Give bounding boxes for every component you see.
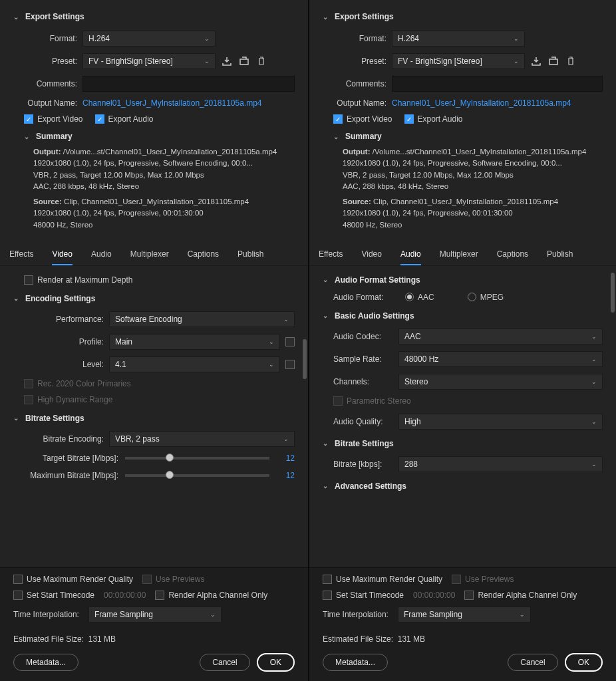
export-audio-checkbox[interactable]: ✓ Export Audio xyxy=(95,114,154,124)
slider-thumb-icon[interactable] xyxy=(166,471,174,479)
caret-down-icon: ⌄ xyxy=(204,58,210,65)
audio-quality-dropdown[interactable]: High ⌄ xyxy=(398,414,603,430)
summary-output-label: Output: xyxy=(33,148,61,156)
format-dropdown[interactable]: H.264 ⌄ xyxy=(82,31,216,47)
output-name-label: Output Name: xyxy=(13,98,77,108)
comments-input-r[interactable] xyxy=(392,76,603,92)
export-settings-header-r[interactable]: ⌄ Export Settings xyxy=(323,12,603,21)
export-video-checkbox[interactable]: ✓ Export Video xyxy=(24,114,83,124)
metadata-button[interactable]: Metadata... xyxy=(13,654,78,671)
preset-label: Preset: xyxy=(13,57,77,66)
max-bitrate-label: Maximum Bitrate [Mbps]: xyxy=(24,471,118,480)
audio-bitrate-settings-header[interactable]: ⌄ Bitrate Settings xyxy=(323,439,603,448)
audio-codec-dropdown[interactable]: AAC ⌄ xyxy=(398,329,603,344)
profile-lock-checkbox[interactable] xyxy=(285,337,295,346)
scrollbar[interactable] xyxy=(303,339,307,379)
bitrate-encoding-dropdown[interactable]: VBR, 2 pass ⌄ xyxy=(109,431,295,447)
delete-preset-icon[interactable] xyxy=(255,55,267,67)
target-bitrate-value[interactable]: 12 xyxy=(276,454,295,463)
output-name-link[interactable]: Channel01_UserJ_MyInstallation_20181105a… xyxy=(82,98,262,108)
audio-format-aac-radio[interactable]: AAC xyxy=(405,293,434,302)
chevron-down-icon: ⌄ xyxy=(323,13,329,21)
chevron-down-icon: ⌄ xyxy=(323,440,329,447)
import-preset-icon[interactable] xyxy=(238,55,250,67)
set-start-timecode-checkbox[interactable]: Set Start Timecode xyxy=(13,591,94,600)
render-max-depth-checkbox[interactable]: Render at Maximum Depth xyxy=(24,275,295,285)
tab-multiplexer[interactable]: Multiplexer xyxy=(130,249,169,265)
cancel-button-r[interactable]: Cancel xyxy=(508,654,557,671)
encoding-settings-header[interactable]: ⌄ Encoding Settings xyxy=(13,294,295,303)
ok-button[interactable]: OK xyxy=(257,653,295,672)
target-bitrate-slider[interactable] xyxy=(125,457,269,460)
chevron-down-icon: ⌄ xyxy=(13,295,20,302)
save-preset-icon[interactable] xyxy=(221,55,233,67)
tab-multiplexer-r[interactable]: Multiplexer xyxy=(440,249,478,265)
summary-header-r[interactable]: ⌄ Summary xyxy=(333,132,603,141)
tab-captions[interactable]: Captions xyxy=(188,249,219,265)
tab-video-r[interactable]: Video xyxy=(361,249,381,265)
target-bitrate-label: Target Bitrate [Mbps]: xyxy=(24,454,118,463)
svg-rect-1 xyxy=(549,59,557,65)
summary-header[interactable]: ⌄ Summary xyxy=(24,132,295,141)
basic-audio-settings-header[interactable]: ⌄ Basic Audio Settings xyxy=(323,311,603,321)
save-preset-icon[interactable] xyxy=(530,55,542,67)
profile-dropdown[interactable]: Main ⌄ xyxy=(109,334,280,350)
set-start-timecode-checkbox-r[interactable]: Set Start Timecode xyxy=(323,591,404,600)
slider-thumb-icon[interactable] xyxy=(166,454,174,462)
tab-audio[interactable]: Audio xyxy=(91,249,112,265)
channels-dropdown[interactable]: Stereo ⌄ xyxy=(398,374,603,390)
checkbox-checked-icon: ✓ xyxy=(333,114,343,124)
chevron-down-icon: ⌄ xyxy=(323,482,329,489)
import-preset-icon[interactable] xyxy=(547,55,559,67)
preset-dropdown-r[interactable]: FV - BrightSign [Stereo] ⌄ xyxy=(392,53,525,69)
tab-bar: Effects Video Audio Multiplexer Captions… xyxy=(0,241,308,266)
audio-format-settings-header[interactable]: ⌄ Audio Format Settings xyxy=(323,275,603,285)
metadata-button-r[interactable]: Metadata... xyxy=(323,654,388,671)
performance-dropdown[interactable]: Software Encoding ⌄ xyxy=(109,311,295,327)
timecode-value-r: 00:00:00:00 xyxy=(413,591,455,600)
ok-button-r[interactable]: OK xyxy=(565,653,603,672)
audio-format-mpeg-radio[interactable]: MPEG xyxy=(468,293,504,302)
tab-video[interactable]: Video xyxy=(52,249,72,265)
tab-captions-r[interactable]: Captions xyxy=(497,249,528,265)
export-settings-header[interactable]: ⌄ Export Settings xyxy=(13,12,295,21)
delete-preset-icon[interactable] xyxy=(565,55,577,67)
audio-codec-label: Audio Codec: xyxy=(333,332,393,341)
comments-input[interactable] xyxy=(82,76,295,92)
sample-rate-dropdown[interactable]: 48000 Hz ⌄ xyxy=(398,351,603,367)
max-bitrate-value[interactable]: 12 xyxy=(276,471,295,480)
caret-down-icon: ⌄ xyxy=(520,611,525,618)
parametric-stereo-checkbox: Parametric Stereo xyxy=(333,396,603,406)
audio-bitrate-dropdown[interactable]: 288 ⌄ xyxy=(398,456,603,472)
render-alpha-only-checkbox-r[interactable]: Render Alpha Channel Only xyxy=(464,591,577,600)
checkbox-icon xyxy=(452,575,461,584)
tab-publish[interactable]: Publish xyxy=(237,249,263,265)
cancel-button[interactable]: Cancel xyxy=(200,654,249,671)
export-audio-checkbox-r[interactable]: ✓ Export Audio xyxy=(404,114,463,124)
tab-audio-r[interactable]: Audio xyxy=(400,249,421,265)
use-max-render-quality-checkbox-r[interactable]: Use Maximum Render Quality xyxy=(323,575,442,584)
time-interpolation-dropdown[interactable]: Frame Sampling ⌄ xyxy=(88,607,222,622)
advanced-settings-header[interactable]: ⌄ Advanced Settings xyxy=(323,481,603,491)
chevron-down-icon: ⌄ xyxy=(13,414,20,422)
caret-down-icon: ⌄ xyxy=(591,356,597,362)
render-alpha-only-checkbox[interactable]: Render Alpha Channel Only xyxy=(155,591,267,600)
tab-publish-r[interactable]: Publish xyxy=(547,249,573,265)
time-interpolation-dropdown-r[interactable]: Frame Sampling ⌄ xyxy=(398,607,531,622)
tab-effects-r[interactable]: Effects xyxy=(319,249,343,265)
use-max-render-quality-checkbox[interactable]: Use Maximum Render Quality xyxy=(13,575,133,584)
summary-block-r: Output: /Volume...st/Channel01_UserJ_MyI… xyxy=(343,146,603,231)
export-video-checkbox-r[interactable]: ✓ Export Video xyxy=(333,114,392,124)
timecode-value: 00:00:00:00 xyxy=(104,591,146,600)
bitrate-settings-header[interactable]: ⌄ Bitrate Settings xyxy=(13,414,295,423)
preset-dropdown[interactable]: FV - BrightSign [Stereo] ⌄ xyxy=(82,53,216,69)
level-dropdown[interactable]: 4.1 ⌄ xyxy=(109,356,280,372)
output-name-link-r[interactable]: Channel01_UserJ_MyInstallation_20181105a… xyxy=(392,98,571,108)
format-dropdown-r[interactable]: H.264 ⌄ xyxy=(392,31,525,47)
scrollbar[interactable] xyxy=(611,273,615,313)
checkbox-checked-icon: ✓ xyxy=(404,114,414,124)
max-bitrate-slider[interactable] xyxy=(125,474,269,477)
radio-icon xyxy=(468,293,476,301)
level-lock-checkbox[interactable] xyxy=(285,360,295,369)
tab-effects[interactable]: Effects xyxy=(9,249,33,265)
